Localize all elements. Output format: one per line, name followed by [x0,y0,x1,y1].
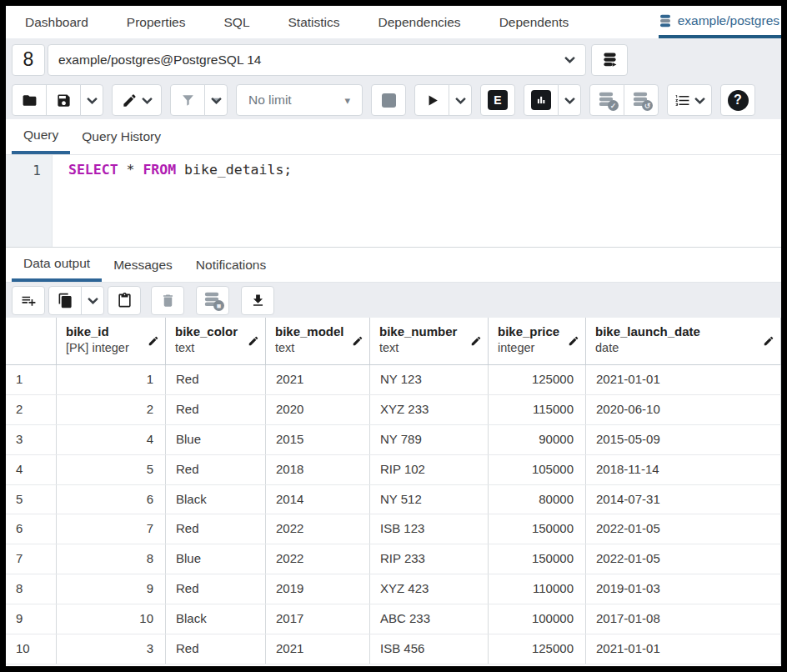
table-cell[interactable]: 1 [57,365,166,394]
row-number-cell[interactable]: 4 [6,455,57,484]
paste-button[interactable] [108,286,141,315]
open-file-button[interactable] [12,84,47,116]
table-cell[interactable]: 90000 [489,425,586,454]
table-cell[interactable]: 2022 [266,514,370,544]
table-cell[interactable]: 4 [57,425,166,454]
help-button[interactable]: ? [720,84,755,116]
table-cell[interactable]: 2014 [266,485,370,514]
column-header-bike_id[interactable]: bike_id[PK] integer [57,318,166,364]
table-cell[interactable]: 2015-05-09 [586,425,781,454]
copy-button[interactable] [48,286,82,315]
sql-code-line[interactable]: SELECT * FROM bike_details; [53,155,292,247]
row-number-cell[interactable]: 8 [6,574,57,604]
table-cell[interactable]: 100000 [489,604,586,634]
sql-editor[interactable]: 1 SELECT * FROM bike_details; [6,155,781,247]
tab-statistics[interactable]: Statistics [288,6,340,38]
row-number-cell[interactable]: 7 [6,544,57,574]
table-cell[interactable]: RIP 233 [370,544,489,574]
connection-select[interactable]: example/postgres@PostgreSQL 14 [48,44,586,76]
row-number-cell[interactable]: 5 [6,485,57,514]
table-cell[interactable]: 2 [57,395,166,424]
tab-dependencies[interactable]: Dependencies [378,6,461,38]
filter-button[interactable] [170,84,205,116]
table-cell[interactable]: ISB 456 [370,634,489,664]
table-cell[interactable]: 2018 [266,455,370,484]
table-cell[interactable]: 2021 [266,634,370,664]
table-cell[interactable]: Red [166,455,266,484]
column-header-bike_color[interactable]: bike_colortext [166,318,266,364]
table-cell[interactable]: 2019 [266,574,370,604]
table-cell[interactable]: 7 [57,514,166,544]
table-cell[interactable]: 9 [57,574,166,604]
table-cell[interactable]: Blue [166,544,266,574]
table-cell[interactable]: NY 789 [370,425,489,454]
table-cell[interactable]: 3 [57,634,166,664]
table-cell[interactable]: 2017 [266,604,370,634]
table-cell[interactable]: 6 [57,485,166,514]
table-cell[interactable]: Red [166,395,266,424]
table-cell[interactable]: Blue [166,425,266,454]
table-cell[interactable]: 150000 [489,514,586,544]
save-options-dropdown[interactable] [80,84,103,116]
tab-data-output[interactable]: Data output [12,248,102,282]
table-cell[interactable]: 2022 [266,544,370,574]
table-cell[interactable]: 2020-06-10 [586,395,781,424]
table-cell[interactable]: 2021 [266,365,370,394]
table-cell[interactable]: Black [166,604,266,634]
table-cell[interactable]: Red [166,365,266,394]
table-cell[interactable]: 110000 [489,574,586,604]
table-cell[interactable]: 2020 [266,395,370,424]
table-cell[interactable]: 2022-01-05 [586,544,781,574]
execute-query-button[interactable] [414,84,449,116]
tab-dashboard[interactable]: Dashboard [25,6,88,38]
table-cell[interactable]: XYZ 423 [370,574,489,604]
table-cell[interactable]: XYZ 233 [370,395,489,424]
table-cell[interactable]: 2014-07-31 [586,485,781,514]
row-number-cell[interactable]: 3 [6,425,57,454]
table-cell[interactable]: 2017-01-08 [586,604,781,634]
table-cell[interactable]: 10 [57,604,166,634]
column-header-bike_model[interactable]: bike_modeltext [266,318,370,364]
tab-query-history[interactable]: Query History [70,119,173,154]
save-file-button[interactable] [46,84,81,116]
edit-dropdown[interactable] [112,84,162,116]
table-cell[interactable]: 5 [57,455,166,484]
table-cell[interactable]: Black [166,485,266,514]
table-cell[interactable]: 2019-01-03 [586,574,781,604]
download-csv-button[interactable] [241,286,274,315]
table-cell[interactable]: ISB 123 [370,514,489,544]
tab-query-tool-active[interactable]: example/postgres [659,6,781,38]
table-cell[interactable]: 125000 [489,634,586,664]
table-cell[interactable]: 150000 [489,544,586,574]
explain-options-dropdown[interactable] [558,84,581,116]
row-limit-select[interactable]: No limit ▾ [236,84,363,116]
tab-dependents[interactable]: Dependents [499,6,569,38]
new-connection-button[interactable] [591,44,628,76]
table-cell[interactable]: 2021-01-01 [586,634,781,664]
select-all-cell[interactable] [6,318,57,364]
table-cell[interactable]: 125000 [489,365,586,394]
table-cell[interactable]: ABC 233 [370,604,489,634]
row-number-cell[interactable]: 1 [6,365,57,394]
table-cell[interactable]: 8 [57,544,166,574]
column-header-bike_launch_date[interactable]: bike_launch_datedate [586,318,781,364]
filter-options-dropdown[interactable] [204,84,228,116]
table-cell[interactable]: NY 512 [370,485,489,514]
row-number-cell[interactable]: 9 [6,604,57,634]
row-number-cell[interactable]: 10 [6,634,57,664]
table-cell[interactable]: Red [166,514,266,544]
table-cell[interactable]: 115000 [489,395,586,424]
table-cell[interactable]: 2018-11-14 [586,455,781,484]
table-cell[interactable]: 2015 [266,425,370,454]
row-number-cell[interactable]: 2 [6,395,57,424]
column-header-bike_number[interactable]: bike_numbertext [370,318,489,364]
execute-options-dropdown[interactable] [449,84,472,116]
tab-properties[interactable]: Properties [127,6,186,38]
table-cell[interactable]: 105000 [489,455,586,484]
table-cell[interactable]: Red [166,574,266,604]
add-row-button[interactable] [12,286,45,315]
copy-options-dropdown[interactable] [81,286,104,315]
tab-query[interactable]: Query [12,119,70,154]
tab-sql[interactable]: SQL [223,6,249,38]
table-cell[interactable]: Red [166,634,266,664]
